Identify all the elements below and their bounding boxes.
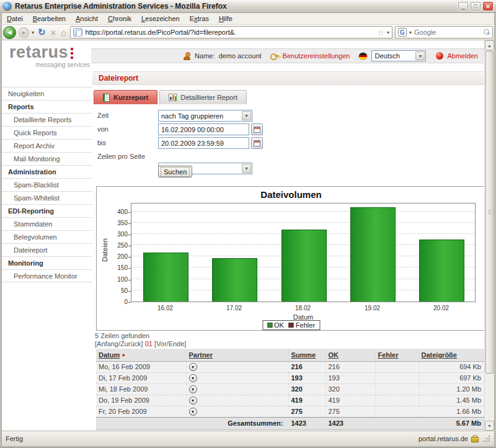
maximize-button[interactable]: □ (470, 1, 481, 11)
tab-detaillierter-report-label: Detaillierter Report (180, 94, 237, 101)
cell-datum: Di, 17 Feb 2009 (96, 372, 186, 383)
home-button[interactable]: ⌂ (60, 27, 68, 38)
von-calendar-button[interactable] (251, 123, 263, 135)
sidebar-item-neuigkeiten[interactable]: Neuigkeiten (2, 87, 92, 100)
engine-dropdown-icon[interactable]: ▾ (409, 30, 412, 35)
cell-groesse: 1.66 Mb (418, 406, 486, 417)
partner-expand-icon[interactable]: ▾ (189, 385, 197, 393)
tab-detaillierter-report[interactable]: Detaillierter Report (159, 90, 247, 104)
col-partner[interactable]: Partner (186, 349, 288, 361)
legend-label-ok: OK (274, 321, 284, 329)
chart-gridline (131, 222, 475, 223)
history-dropdown-icon[interactable]: ▾ (32, 30, 34, 35)
address-bar[interactable]: ☆ ▾ (70, 26, 392, 38)
col-dateigroesse[interactable]: Dateigröße (418, 349, 486, 361)
chart-xtick-label: 16.02 (131, 305, 200, 311)
sidebar-item-spam-blacklist[interactable]: Spam-Blacklist (2, 178, 92, 191)
zeit-value: nach Tag gruppieren (161, 112, 223, 120)
tab-bar: Kurzreport Detaillierter Report (94, 90, 247, 104)
pager-prev-link[interactable]: [Anfang/Zurück] (95, 340, 143, 347)
partner-expand-icon[interactable]: ▾ (189, 374, 197, 382)
cell-summe: 216 (288, 361, 326, 372)
scroll-down-icon[interactable]: ▼ (485, 421, 494, 431)
pager-next-link[interactable]: [Vor/Ende] (154, 340, 186, 347)
close-button[interactable]: × (482, 1, 494, 11)
cell-summe: 419 (288, 395, 326, 406)
partner-expand-icon[interactable]: ▾ (189, 396, 197, 405)
zeit-dropdown-icon[interactable]: ▾ (242, 111, 251, 120)
sidebar-item-belegvolumen[interactable]: Belegvolumen (2, 230, 92, 243)
col-fehler[interactable]: Fehler (375, 349, 418, 361)
table-total-row: Gesamtsummen: 1423 1423 5.67 Mb (96, 417, 486, 429)
bis-label: bis (97, 137, 106, 149)
vertical-scrollbar[interactable]: ▲ ▼ (484, 40, 494, 431)
menu-item-datei[interactable]: Datei (2, 14, 28, 24)
legend-swatch-ok (267, 323, 272, 328)
rows-dropdown-icon[interactable]: ▾ (242, 164, 251, 173)
scroll-up-icon[interactable]: ▲ (485, 40, 494, 50)
zeit-select[interactable]: nach Tag gruppieren ▾ (158, 110, 252, 122)
cell-fehler (375, 383, 418, 395)
back-button[interactable]: ◀ (3, 26, 16, 39)
search-icon[interactable] (484, 29, 490, 35)
resize-grip[interactable] (483, 435, 490, 442)
main-content: Dateireport Kurzreport Detaillierter Rep… (92, 40, 484, 431)
google-engine-icon[interactable]: G (398, 28, 407, 37)
sidebar-item-spam-whitelist[interactable]: Spam-Whitelist (2, 191, 92, 204)
url-dropdown-icon[interactable]: ▾ (387, 30, 389, 35)
sidebar-item-mail-monitoring[interactable]: Mail Monitoring (2, 152, 92, 165)
search-bar[interactable]: G ▾ (395, 26, 493, 38)
partner-expand-icon[interactable]: ▾ (189, 363, 197, 371)
browser-viewport: retarus messaging services Name: demo ac… (2, 40, 494, 431)
cell-groesse: 697 Kb (418, 372, 486, 383)
scrollbar-thumb[interactable] (485, 51, 494, 374)
sidebar-item-monitoring: Monitoring (2, 256, 92, 269)
chart-ytick-mark (128, 246, 131, 246)
chart-ytick-label: 50 (105, 287, 128, 294)
bookmark-star-icon[interactable]: ☆ (377, 28, 384, 37)
sidebar-item-stammdaten[interactable]: Stammdaten (2, 217, 92, 230)
cell-ok: 419 (326, 395, 375, 406)
minimize-button[interactable]: _ (458, 1, 469, 11)
menu-item-ansicht[interactable]: Ansicht (71, 14, 103, 24)
sidebar-item-detaillierte-reports[interactable]: Detaillierte Reports (2, 113, 92, 126)
stop-button[interactable]: × (50, 27, 58, 38)
menu-item-chronik[interactable]: Chronik (103, 14, 136, 24)
col-summe[interactable]: Summe (288, 349, 326, 361)
cell-groesse: 1.45 Mb (418, 395, 486, 406)
col-ok[interactable]: OK (326, 349, 375, 361)
search-button[interactable]: Suchen (158, 166, 192, 177)
forward-button[interactable]: ▶ (19, 27, 29, 38)
total-fehler (375, 417, 418, 429)
cell-fehler (375, 406, 418, 417)
partner-expand-icon[interactable]: ▾ (189, 408, 197, 416)
tab-kurzreport[interactable]: Kurzreport (94, 90, 157, 104)
total-label: Gesamtsummen: (186, 417, 288, 429)
sidebar-item-quick-reports[interactable]: Quick Reports (2, 126, 92, 139)
menu-item-extras[interactable]: Extras (185, 14, 214, 24)
von-input[interactable] (158, 123, 249, 135)
bis-calendar-button[interactable] (251, 137, 263, 149)
chart-bar-17.02 (212, 258, 257, 302)
sidebar-item-dateireport[interactable]: Dateireport (2, 243, 92, 256)
tab-kurzreport-label: Kurzreport (113, 94, 148, 101)
url-input[interactable] (85, 29, 374, 36)
col-datum[interactable]: Datum▲ (96, 349, 186, 361)
sidebar-item-reports: Reports (2, 100, 92, 113)
sidebar-item-report-archiv[interactable]: Report Archiv (2, 139, 92, 152)
search-input[interactable] (414, 29, 481, 36)
menu-item-hilfe[interactable]: Hilfe (214, 14, 237, 24)
cell-fehler (375, 361, 418, 372)
sidebar-item-performance-monitor[interactable]: Performance Monitor (2, 269, 92, 282)
cell-fehler (375, 395, 418, 406)
results-summary: 5 Zeilen gefunden [Anfang/Zurück] 01 [Vo… (95, 332, 186, 348)
bis-input[interactable] (158, 137, 249, 149)
menu-item-lesezeichen[interactable]: Lesezeichen (136, 14, 185, 24)
chart-xtick-label: 20.02 (407, 305, 476, 311)
menu-item-bearbeiten[interactable]: Bearbeiten (28, 14, 71, 24)
von-label: von (97, 123, 108, 135)
cell-groesse: 1.20 Mb (418, 383, 486, 395)
chart-ytick-mark (128, 223, 131, 224)
report-doc-icon (103, 94, 110, 102)
reload-button[interactable]: ↻ (37, 27, 47, 38)
